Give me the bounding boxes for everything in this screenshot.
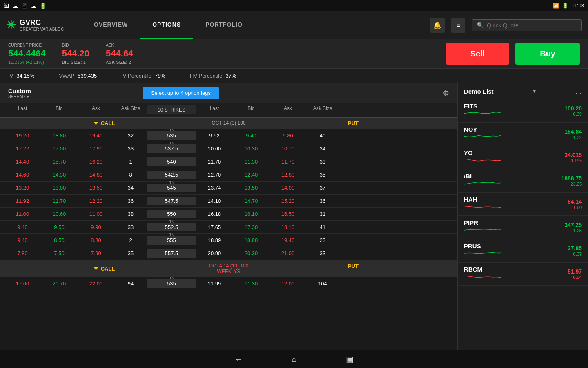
call-asksize: 36: [114, 198, 147, 204]
list-item[interactable]: YO 34.015 0.195: [458, 146, 588, 169]
list-item[interactable]: EITS 100.20 0.39: [458, 99, 588, 123]
tab-portfolio[interactable]: PORTFOLIO: [193, 11, 255, 39]
put-bid: 11.30: [233, 280, 270, 287]
logo-section: ✳ GVRC GREATER VARIABLE C: [0, 18, 82, 32]
col-call-ask: Ask: [78, 105, 114, 114]
put-bid: 20.30: [233, 250, 270, 256]
watchlist-change: 1.32: [564, 135, 582, 140]
notification-button[interactable]: 🔔: [430, 18, 445, 33]
watchlist-ticker: RBCM: [464, 266, 501, 273]
settings-icon[interactable]: ⚙: [443, 89, 449, 98]
table-row[interactable]: 17.60 20.70 22.00 94 ITM535 11.99 11.30 …: [0, 277, 457, 290]
trade-buttons: Sell Buy: [446, 43, 580, 65]
list-item[interactable]: NOY 184.84 1.32: [458, 123, 588, 146]
hv-percentile-item: HV Percentile 37%: [190, 73, 236, 79]
table-row[interactable]: 7.80 7.50 7.90 35 557.5 20.90 20.30 21.0…: [0, 247, 457, 260]
bid-size: BID SIZE: 1: [62, 59, 89, 65]
quick-quote-input[interactable]: [487, 22, 577, 29]
watchlist-change: -1.60: [568, 205, 582, 210]
watchlist-ticker: YO: [464, 149, 501, 156]
strike-price[interactable]: ITM537.5: [147, 144, 196, 153]
ticker-symbol: GVRC: [20, 18, 64, 27]
watchlist-price: 84.14: [568, 198, 582, 205]
put-asksize: 35: [306, 172, 339, 178]
put-ask: 11.70: [270, 159, 306, 165]
quick-quote-box[interactable]: 🔍: [472, 19, 582, 31]
current-price-section: CURRENT PRICE 544.4464 11.2364 (+2.11%): [8, 43, 46, 65]
table-row[interactable]: 19.20 18.80 19.40 32 ITM535 9.52 9.40 9.…: [0, 129, 457, 142]
strike-price[interactable]: ITM545: [147, 184, 196, 192]
home-button[interactable]: ⌂: [292, 355, 296, 364]
strike-price[interactable]: 547.5: [147, 197, 196, 205]
table-row[interactable]: 17.22 17.00 17.90 33 ITM537.5 10.60 10.3…: [0, 142, 457, 155]
status-icon-phone: 📱: [21, 3, 28, 9]
sparkline-chart: [464, 249, 501, 258]
price-bar: CURRENT PRICE 544.4464 11.2364 (+2.11%) …: [0, 39, 588, 69]
tab-overview[interactable]: OVERVIEW: [82, 11, 140, 39]
strike-price[interactable]: ITM552.5: [147, 223, 196, 231]
call-last: 14.60: [4, 172, 41, 178]
table-row[interactable]: 13.20 13.00 13.50 34 ITM545 13.74 13.50 …: [0, 182, 457, 195]
main-content: Custom SPREAD Select up to 4 option legs…: [0, 83, 588, 350]
menu-button[interactable]: ≡: [451, 18, 466, 33]
put-last: 9.52: [196, 132, 233, 139]
watchlist-change: 1.25: [564, 228, 582, 233]
list-item[interactable]: /BI 1888.75 23.25: [458, 169, 588, 193]
call-asksize: 33: [114, 224, 147, 230]
put-last: 17.65: [196, 224, 233, 230]
table-row[interactable]: 9.40 9.50 9.90 33 ITM552.5 17.65 17.30 1…: [0, 221, 457, 234]
vwap-label: VWAP: [59, 73, 74, 79]
status-icon-upload: ☁: [13, 3, 18, 9]
put-ask: 18.10: [270, 224, 306, 230]
put-bid: 13.50: [233, 185, 270, 191]
watchlist-price: 100.20: [564, 105, 582, 112]
strike-price[interactable]: ITM535: [147, 279, 196, 288]
sparkline-chart: [464, 180, 501, 188]
call-last: 17.60: [4, 280, 41, 287]
strike-price[interactable]: 542.5: [147, 171, 196, 179]
list-item[interactable]: RBCM 51.97 0.54: [458, 263, 588, 286]
table-row[interactable]: 11.92 11.70 12.20 36 547.5 14.10 14.70 1…: [0, 195, 457, 208]
call-bid: 8.50: [41, 237, 78, 243]
watchlist-left: RBCM: [464, 266, 501, 282]
call-asksize: 1: [114, 159, 147, 165]
buy-button[interactable]: Buy: [515, 43, 580, 65]
watchlist-price: 347.25: [564, 222, 582, 228]
select-legs-button[interactable]: Select up to 4 option legs: [143, 87, 219, 99]
options-column-headers: Last Bid Ask Ask Size 10 STRIKES Last Bi…: [0, 103, 457, 117]
list-item[interactable]: PRUS 37.85 0.37: [458, 239, 588, 263]
iv-bar: IV 34.15% VWAP 539.435 IV Percentile 78%…: [0, 69, 588, 83]
strike-price[interactable]: ITM555: [147, 236, 196, 245]
strike-price[interactable]: 557.5: [147, 249, 196, 258]
call-last: 9.40: [4, 237, 41, 243]
strike-price[interactable]: 550: [147, 210, 196, 218]
put-bid: 17.30: [233, 224, 270, 230]
table-row[interactable]: 9.40 8.50 8.80 2 ITM555 18.89 18.80 19.4…: [0, 234, 457, 247]
call-bid: 11.70: [41, 198, 78, 204]
table-row[interactable]: 14.60 14.30 14.80 8 542.5 12.70 12.40 12…: [0, 168, 457, 182]
back-button[interactable]: ←: [234, 355, 243, 364]
top-nav: ✳ GVRC GREATER VARIABLE C OVERVIEW OPTIO…: [0, 11, 588, 39]
ask-size: ASK SIZE: 2: [106, 59, 133, 65]
put-asksize: 104: [306, 280, 339, 287]
list-item[interactable]: PIPR 347.25 1.25: [458, 216, 588, 239]
watchlist-price: 37.85: [568, 245, 582, 251]
put-asksize: 23: [306, 237, 339, 243]
tab-options[interactable]: OPTIONS: [140, 11, 193, 39]
list-item[interactable]: HAH 84.14 -1.60: [458, 193, 588, 216]
expiry-call-label-0: CALL: [4, 120, 204, 126]
call-bid: 14.30: [41, 172, 78, 178]
recent-button[interactable]: ▣: [346, 354, 354, 364]
call-asksize: 32: [114, 132, 147, 139]
table-row[interactable]: 11.00 10.60 11.00 38 550 16.18 16.10 16.…: [0, 208, 457, 221]
table-row[interactable]: 14.40 15.70 16.20 1 540 11.70 11.30 11.7…: [0, 155, 457, 168]
strike-price[interactable]: 540: [147, 157, 196, 166]
sell-button[interactable]: Sell: [446, 43, 510, 65]
watchlist-left: PRUS: [464, 242, 501, 259]
hv-percentile-value: 37%: [225, 73, 236, 79]
call-ask: 19.40: [78, 132, 114, 139]
expand-icon[interactable]: ⛶: [575, 88, 582, 95]
strikes-selector[interactable]: 10 STRIKES: [147, 105, 196, 114]
put-bid: 12.40: [233, 172, 270, 178]
strike-price[interactable]: ITM535: [147, 131, 196, 140]
